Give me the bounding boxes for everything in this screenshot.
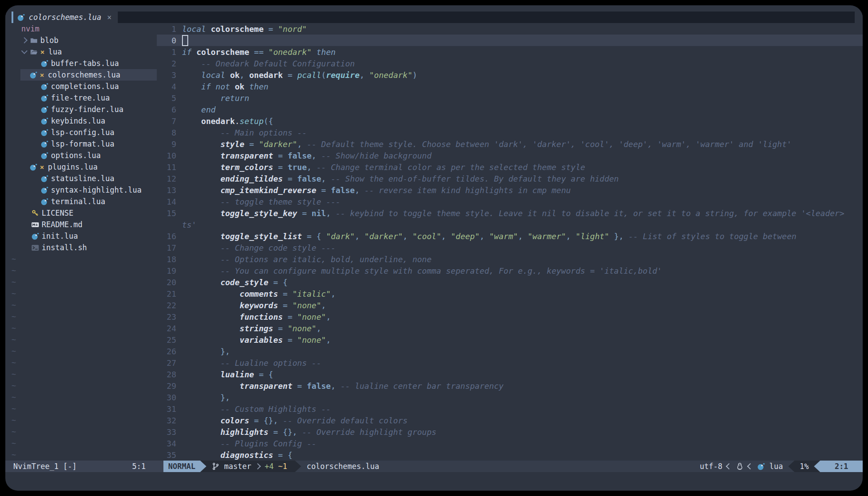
code-text: }, bbox=[182, 347, 230, 356]
code-line[interactable]: 3 local ok, onedark = pcall(require, "on… bbox=[157, 69, 863, 81]
token: false bbox=[307, 381, 331, 391]
code-line[interactable]: 12 ending_tildes = false, -- Show the en… bbox=[157, 173, 863, 184]
token: -- toggle theme style --- bbox=[182, 197, 341, 206]
code-text: -- Change code style --- bbox=[182, 243, 336, 252]
lua-icon bbox=[30, 71, 37, 79]
line-number: 24 bbox=[157, 324, 176, 333]
token: -- You can configure multiple style with… bbox=[182, 266, 662, 275]
line-number: 15 bbox=[157, 209, 176, 218]
code-line[interactable]: 21 comments = "italic", bbox=[157, 288, 863, 299]
line-number: 13 bbox=[157, 186, 176, 195]
code-line[interactable]: 17 -- Change code style --- bbox=[157, 242, 863, 253]
empty-line-tilde: ~ bbox=[5, 391, 157, 403]
tree-item[interactable]: keybinds.lua bbox=[5, 115, 157, 127]
code-line[interactable]: 24 strings = "none", bbox=[157, 322, 863, 334]
tree-item[interactable]: terminal.lua bbox=[5, 196, 157, 207]
line-number: 26 bbox=[157, 347, 176, 356]
code-line[interactable]: 22 keywords = "none", bbox=[157, 299, 863, 311]
code-line[interactable]: 7 onedark.setup({ bbox=[157, 115, 863, 127]
line-number: 27 bbox=[157, 358, 176, 368]
code-line-cursor[interactable]: 0 bbox=[157, 35, 863, 46]
tree-item[interactable]: LICENSE bbox=[5, 207, 157, 219]
token: colorscheme bbox=[211, 24, 264, 34]
tree-item[interactable]: README.md bbox=[5, 219, 157, 230]
token: transparent bbox=[182, 381, 292, 391]
token: -- List of styles to toggle between bbox=[624, 232, 796, 241]
tree-item[interactable]: completions.lua bbox=[5, 81, 157, 92]
tab-close-icon[interactable]: × bbox=[107, 13, 112, 22]
code-line[interactable]: 29 transparent = false, -- lualine cente… bbox=[157, 380, 863, 391]
tree-item[interactable]: nvim bbox=[5, 23, 157, 35]
code-line[interactable]: 16 toggle_style_list = { "dark", "darker… bbox=[157, 230, 863, 242]
code-text: ts' bbox=[182, 220, 197, 229]
chevron-left-icon bbox=[726, 463, 732, 469]
chevron-down-icon[interactable] bbox=[21, 48, 27, 54]
tree-item[interactable]: lsp-format.lua bbox=[5, 138, 157, 150]
tree-item[interactable]: lsp-config.lua bbox=[5, 127, 157, 138]
code-line[interactable]: 28 lualine = { bbox=[157, 368, 863, 380]
code-line[interactable]: 1if colorscheme == "onedark" then bbox=[157, 46, 863, 58]
tree-item[interactable]: ×plugins.lua bbox=[5, 161, 157, 173]
code-line[interactable]: 23 functions = "none", bbox=[157, 311, 863, 322]
token: comments bbox=[182, 289, 278, 298]
tree-item[interactable]: fuzzy-finder.lua bbox=[5, 104, 157, 115]
code-line[interactable]: 31 -- Custom Highlights -- bbox=[157, 403, 863, 415]
code-line[interactable]: 5 return bbox=[157, 92, 863, 104]
empty-line-tilde: ~ bbox=[5, 415, 157, 426]
lua-icon bbox=[31, 232, 39, 240]
code-line[interactable]: 6 end bbox=[157, 104, 863, 115]
statusline-right-group: utf-8 lua bbox=[700, 462, 783, 471]
tree-item[interactable]: syntax-highlight.lua bbox=[5, 184, 157, 196]
tree-item[interactable]: statusline.lua bbox=[5, 173, 157, 184]
code-line[interactable]: 32 colors = {}, -- Override default colo… bbox=[157, 415, 863, 426]
code-line[interactable]: 2 -- Onedark Default Configuration bbox=[157, 58, 863, 69]
code-line[interactable]: 18 -- Options are italic, bold, underlin… bbox=[157, 253, 863, 265]
token: "cool" bbox=[412, 232, 441, 241]
tree-item[interactable]: options.lua bbox=[5, 150, 157, 161]
line-number: 10 bbox=[157, 151, 176, 160]
tree-item[interactable]: blob bbox=[5, 35, 157, 46]
code-line[interactable]: 33 highlights = {}, -- Override highligh… bbox=[157, 426, 863, 438]
tree-item[interactable]: buffer-tabs.lua bbox=[5, 58, 157, 69]
empty-line-tilde: ~ bbox=[5, 299, 157, 311]
code-line[interactable]: 26 }, bbox=[157, 345, 863, 357]
code-line[interactable]: 25 variables = "none", bbox=[157, 334, 863, 345]
code-line[interactable]: 20 code_style = { bbox=[157, 276, 863, 288]
tree-item[interactable]: ×colorschemes.lua bbox=[5, 69, 157, 81]
code-text: variables = "none", bbox=[182, 335, 331, 345]
code-line[interactable]: 27 -- Lualine options -- bbox=[157, 357, 863, 368]
tree-item[interactable]: install.sh bbox=[5, 242, 157, 253]
code-line[interactable]: 15 toggle_style_key = nil, -- keybind to… bbox=[157, 207, 863, 219]
token: "onedark" bbox=[268, 47, 312, 57]
code-line[interactable]: 14 -- toggle theme style --- bbox=[157, 196, 863, 207]
lua-icon bbox=[41, 60, 48, 67]
line-number: 11 bbox=[157, 163, 176, 172]
code-line[interactable]: 4 if not ok then bbox=[157, 81, 863, 92]
code-line[interactable]: 10 transparent = false, -- Show/hide bac… bbox=[157, 150, 863, 161]
line-number: 9 bbox=[157, 140, 176, 149]
tree-item[interactable]: ×lua bbox=[5, 46, 157, 58]
tree-item-label: LICENSE bbox=[42, 209, 74, 217]
token: = bbox=[283, 174, 298, 183]
code-line[interactable]: 1local colorscheme = "nord" bbox=[157, 23, 863, 35]
code-line[interactable]: 34 -- Plugins Config -- bbox=[157, 438, 863, 449]
code-line[interactable]: 30 }, bbox=[157, 391, 863, 403]
empty-line-tilde: ~ bbox=[5, 368, 157, 380]
tree-item[interactable]: init.lua bbox=[5, 230, 157, 242]
code-line[interactable]: 9 style = "darker", -- Default theme sty… bbox=[157, 138, 863, 150]
code-line[interactable]: 8 -- Main options -- bbox=[157, 127, 863, 138]
buffer-tab-colorschemes[interactable]: colorschemes.lua × bbox=[12, 12, 118, 23]
code-line[interactable]: 13 cmp_itemkind_reverse = false, -- reve… bbox=[157, 184, 863, 196]
code-line[interactable]: ts' bbox=[157, 219, 863, 230]
tree-item[interactable]: file-tree.lua bbox=[5, 92, 157, 104]
code-line[interactable]: 19 -- You can configure multiple style w… bbox=[157, 265, 863, 276]
code-text: if not ok then bbox=[182, 82, 268, 91]
empty-line-tilde: ~ bbox=[5, 380, 157, 391]
code-line[interactable]: 11 term_colors = true, -- Change termina… bbox=[157, 161, 863, 173]
chevron-right-icon[interactable] bbox=[21, 37, 27, 43]
token: { bbox=[316, 232, 326, 241]
code-line[interactable]: 35 diagnostics = { bbox=[157, 449, 863, 461]
token: "none" bbox=[287, 324, 316, 333]
statusline: NvimTree_1 [-] 5:1 NORMAL master +4 ~1 c… bbox=[5, 461, 863, 472]
token: = bbox=[278, 301, 293, 310]
